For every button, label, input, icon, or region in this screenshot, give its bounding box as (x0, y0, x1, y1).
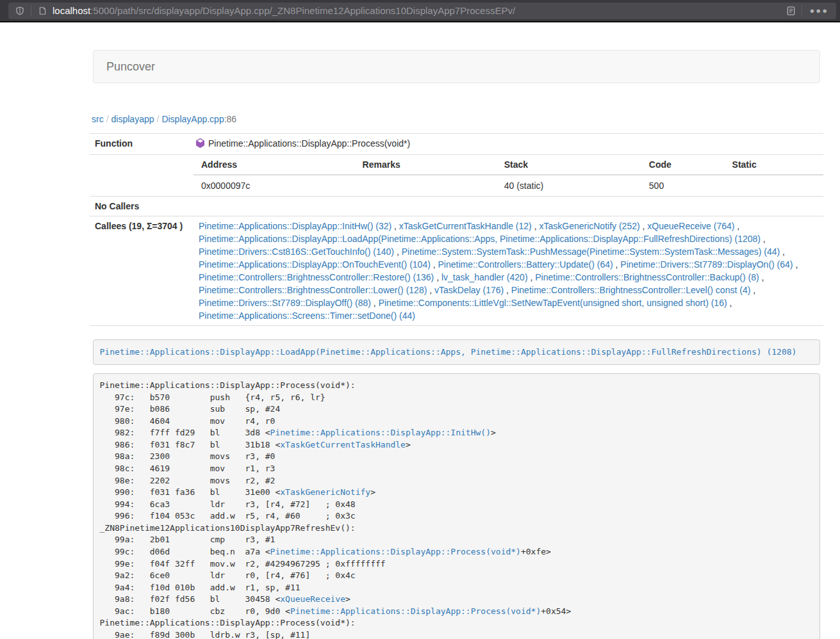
callee-link[interactable]: Pinetime::Controllers::Battery::Update()… (438, 259, 613, 270)
reader-mode-icon[interactable] (784, 4, 797, 17)
url-host: localhost (53, 5, 90, 16)
callee-link[interactable]: Pinetime::Applications::DisplayApp::OnTo… (199, 259, 431, 270)
breadcrumb-separator: / (104, 114, 111, 124)
asm-symbol-link[interactable]: Pinetime::Applications::DisplayApp::Proc… (270, 547, 521, 556)
stack-value: 40 (static) (499, 175, 644, 196)
column-header-stack: Stack (499, 155, 644, 175)
callee-link[interactable]: Pinetime::Drivers::St7789::DisplayOff() … (199, 298, 371, 308)
callee-link[interactable]: Pinetime::Applications::DisplayApp::Load… (199, 234, 761, 244)
static-value (727, 175, 823, 196)
column-header-remarks: Remarks (358, 155, 499, 175)
callees-row: Callees (19, Σ=3704 ) Pinetime::Applicat… (90, 216, 823, 326)
stats-value-row: 0x0000097c 40 (static) 500 (194, 175, 823, 196)
column-header-static: Static (727, 155, 823, 175)
app-navbar: Puncover (93, 50, 820, 83)
breadcrumb-line-number: :86 (224, 114, 236, 124)
function-stats-row: Address Remarks Stack Code Static 0x0000… (90, 155, 823, 197)
callee-link[interactable]: lv_task_handler (420) (441, 272, 528, 282)
symbol-cube-icon (195, 138, 205, 151)
asm-symbol-link[interactable]: Pinetime::Applications::DisplayApp::Proc… (290, 606, 541, 616)
callees-label: Callees (19, Σ=3704 ) (90, 216, 194, 326)
no-callers-label: No Callers (90, 197, 194, 216)
asm-symbol-link[interactable]: xQueueReceive (280, 594, 345, 604)
callee-link[interactable]: xQueueReceive (764) (647, 221, 734, 231)
url-bar-divider (31, 5, 31, 17)
breadcrumb: src/displayapp/DisplayApp.cpp:86 (92, 113, 823, 125)
assembly-code: Pinetime::Applications::DisplayApp::Proc… (100, 380, 572, 639)
asm-symbol-link[interactable]: Pinetime::Applications::DisplayApp::Init… (270, 428, 491, 437)
callee-link[interactable]: Pinetime::Controllers::BrightnessControl… (199, 272, 434, 282)
assembly-listing: Pinetime::Applications::DisplayApp::Proc… (93, 373, 820, 639)
callee-link[interactable]: Pinetime::Applications::Screens::Timer::… (199, 311, 415, 321)
breadcrumb-displayapp[interactable]: displayapp (111, 114, 154, 124)
callee-link[interactable]: Pinetime::Controllers::BrightnessControl… (535, 272, 759, 282)
asm-symbol-link[interactable]: xTaskGetCurrentTaskHandle (280, 440, 406, 449)
callee-link[interactable]: Pinetime::Drivers::Cst816S::GetTouchInfo… (199, 247, 394, 257)
breadcrumb-file[interactable]: DisplayApp.cpp (161, 114, 224, 124)
callee-link[interactable]: Pinetime::Controllers::BrightnessControl… (199, 285, 427, 295)
callee-link[interactable]: xTaskGenericNotify (252) (539, 221, 639, 231)
function-row: Function Pinetime::Applications::Display… (90, 134, 823, 155)
selected-callee-block: Pinetime::Applications::DisplayApp::Load… (93, 339, 820, 365)
code-value: 500 (644, 175, 727, 196)
browser-toolbar: localhost:5000/path/src/displayapp/Displ… (0, 0, 840, 22)
url-bar[interactable]: localhost:5000/path/src/displayapp/Displ… (8, 3, 836, 19)
callee-link[interactable]: xTaskGetCurrentTaskHandle (12) (399, 221, 532, 231)
callee-link[interactable]: Pinetime::System::SystemTask::PushMessag… (402, 247, 780, 257)
callee-link[interactable]: vTaskDelay (176) (434, 285, 504, 295)
asm-symbol-link[interactable]: xTaskGenericNotify (280, 487, 370, 497)
function-detail-table: Function Pinetime::Applications::Display… (90, 133, 823, 326)
no-callers-row: No Callers (90, 197, 823, 216)
function-label: Function (90, 134, 194, 155)
breadcrumb-separator: / (154, 114, 162, 124)
function-name: Pinetime::Applications::DisplayApp::Proc… (208, 138, 410, 149)
tracking-protection-shield-icon[interactable] (13, 4, 26, 17)
url-text[interactable]: localhost:5000/path/src/displayapp/Displ… (53, 5, 515, 16)
page-info-icon[interactable] (36, 4, 49, 17)
stats-table: Address Remarks Stack Code Static 0x0000… (194, 155, 823, 196)
remarks-value (358, 175, 499, 196)
empty-label-cell (90, 155, 194, 197)
app-title[interactable]: Puncover (106, 60, 155, 74)
selected-callee-link[interactable]: Pinetime::Applications::DisplayApp::Load… (100, 347, 797, 357)
callee-link[interactable]: Pinetime::Applications::DisplayApp::Init… (199, 221, 391, 231)
callee-link[interactable]: Pinetime::Drivers::St7789::DisplayOn() (… (620, 259, 793, 270)
callees-list: Pinetime::Applications::DisplayApp::Init… (194, 216, 823, 326)
callee-link[interactable]: Pinetime::Components::LittleVgl::SetNewT… (379, 298, 727, 308)
function-name-cell: Pinetime::Applications::DisplayApp::Proc… (194, 134, 823, 155)
page-container: Puncover src/displayapp/DisplayApp.cpp:8… (90, 50, 823, 639)
column-header-code: Code (644, 155, 727, 175)
page-actions-menu-icon[interactable]: ●●● (809, 6, 828, 15)
url-path: :5000/path/src/displayapp/DisplayApp.cpp… (90, 5, 515, 16)
address-value: 0x0000097c (194, 175, 358, 196)
callee-link[interactable]: Pinetime::Controllers::BrightnessControl… (511, 285, 750, 295)
no-callers-cell (194, 197, 823, 216)
breadcrumb-src[interactable]: src (92, 114, 104, 124)
page-actions-divider (802, 5, 802, 17)
column-header-address: Address (194, 155, 358, 175)
stats-header-row: Address Remarks Stack Code Static (194, 155, 823, 175)
